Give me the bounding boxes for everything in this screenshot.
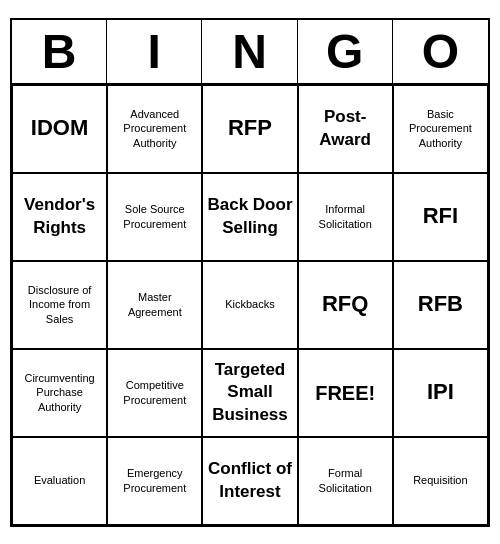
bingo-cell-17: Targeted Small Business (202, 349, 297, 437)
bingo-letter-N: N (202, 20, 297, 83)
bingo-grid: IDOMAdvanced Procurement AuthorityRFPPos… (12, 85, 488, 525)
bingo-letter-G: G (298, 20, 393, 83)
bingo-cell-7: Back Door Selling (202, 173, 297, 261)
bingo-cell-13: RFQ (298, 261, 393, 349)
bingo-cell-9: RFI (393, 173, 488, 261)
bingo-card: BINGO IDOMAdvanced Procurement Authority… (10, 18, 490, 527)
bingo-cell-22: Conflict of Interest (202, 437, 297, 525)
bingo-cell-12: Kickbacks (202, 261, 297, 349)
bingo-letter-I: I (107, 20, 202, 83)
bingo-cell-0: IDOM (12, 85, 107, 173)
bingo-cell-20: Evaluation (12, 437, 107, 525)
bingo-cell-11: Master Agreement (107, 261, 202, 349)
bingo-cell-8: Informal Solicitation (298, 173, 393, 261)
bingo-cell-19: IPI (393, 349, 488, 437)
bingo-cell-1: Advanced Procurement Authority (107, 85, 202, 173)
bingo-cell-2: RFP (202, 85, 297, 173)
bingo-cell-16: Competitive Procurement (107, 349, 202, 437)
bingo-letter-B: B (12, 20, 107, 83)
bingo-cell-5: Vendor's Rights (12, 173, 107, 261)
bingo-cell-6: Sole Source Procurement (107, 173, 202, 261)
bingo-cell-24: Requisition (393, 437, 488, 525)
bingo-cell-15: Circumventing Purchase Authority (12, 349, 107, 437)
bingo-header: BINGO (12, 20, 488, 85)
bingo-cell-3: Post-Award (298, 85, 393, 173)
bingo-cell-10: Disclosure of Income from Sales (12, 261, 107, 349)
bingo-cell-14: RFB (393, 261, 488, 349)
bingo-cell-18: FREE! (298, 349, 393, 437)
bingo-cell-4: Basic Procurement Authority (393, 85, 488, 173)
bingo-letter-O: O (393, 20, 488, 83)
bingo-cell-23: Formal Solicitation (298, 437, 393, 525)
bingo-cell-21: Emergency Procurement (107, 437, 202, 525)
